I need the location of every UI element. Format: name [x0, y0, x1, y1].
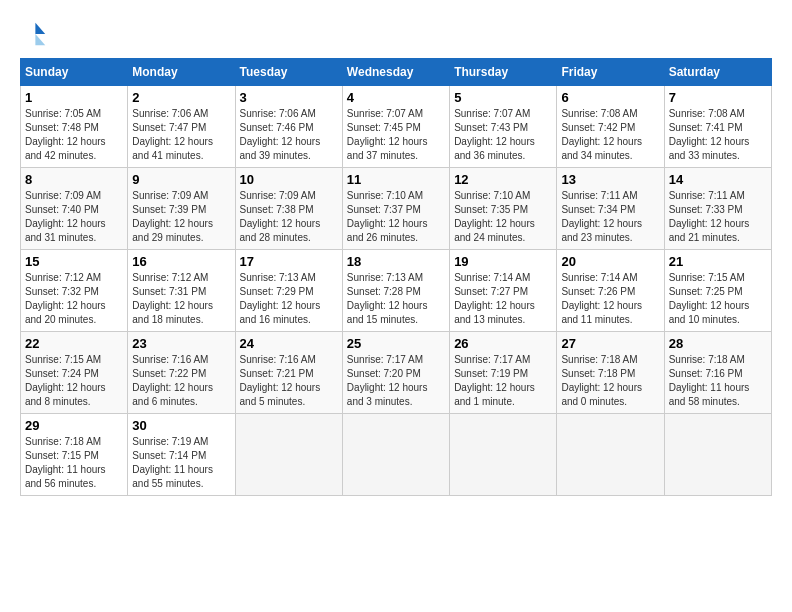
day-info: Sunrise: 7:07 AM Sunset: 7:45 PM Dayligh… — [347, 107, 445, 163]
day-info: Sunrise: 7:12 AM Sunset: 7:32 PM Dayligh… — [25, 271, 123, 327]
calendar-cell — [235, 414, 342, 496]
day-number: 6 — [561, 90, 659, 105]
day-info: Sunrise: 7:08 AM Sunset: 7:42 PM Dayligh… — [561, 107, 659, 163]
calendar-cell: 7Sunrise: 7:08 AM Sunset: 7:41 PM Daylig… — [664, 86, 771, 168]
day-info: Sunrise: 7:19 AM Sunset: 7:14 PM Dayligh… — [132, 435, 230, 491]
day-info: Sunrise: 7:16 AM Sunset: 7:22 PM Dayligh… — [132, 353, 230, 409]
day-info: Sunrise: 7:18 AM Sunset: 7:16 PM Dayligh… — [669, 353, 767, 409]
day-info: Sunrise: 7:06 AM Sunset: 7:46 PM Dayligh… — [240, 107, 338, 163]
logo — [20, 20, 52, 48]
day-number: 2 — [132, 90, 230, 105]
day-info: Sunrise: 7:10 AM Sunset: 7:37 PM Dayligh… — [347, 189, 445, 245]
calendar-cell: 25Sunrise: 7:17 AM Sunset: 7:20 PM Dayli… — [342, 332, 449, 414]
day-info: Sunrise: 7:17 AM Sunset: 7:19 PM Dayligh… — [454, 353, 552, 409]
calendar-table: SundayMondayTuesdayWednesdayThursdayFrid… — [20, 58, 772, 496]
calendar-cell: 6Sunrise: 7:08 AM Sunset: 7:42 PM Daylig… — [557, 86, 664, 168]
calendar-cell: 11Sunrise: 7:10 AM Sunset: 7:37 PM Dayli… — [342, 168, 449, 250]
header-tuesday: Tuesday — [235, 59, 342, 86]
header-wednesday: Wednesday — [342, 59, 449, 86]
calendar-cell: 23Sunrise: 7:16 AM Sunset: 7:22 PM Dayli… — [128, 332, 235, 414]
day-info: Sunrise: 7:06 AM Sunset: 7:47 PM Dayligh… — [132, 107, 230, 163]
day-number: 7 — [669, 90, 767, 105]
day-number: 22 — [25, 336, 123, 351]
day-number: 10 — [240, 172, 338, 187]
week-row-3: 15Sunrise: 7:12 AM Sunset: 7:32 PM Dayli… — [21, 250, 772, 332]
day-info: Sunrise: 7:18 AM Sunset: 7:15 PM Dayligh… — [25, 435, 123, 491]
day-number: 25 — [347, 336, 445, 351]
calendar-cell: 8Sunrise: 7:09 AM Sunset: 7:40 PM Daylig… — [21, 168, 128, 250]
day-info: Sunrise: 7:18 AM Sunset: 7:18 PM Dayligh… — [561, 353, 659, 409]
day-number: 26 — [454, 336, 552, 351]
header-friday: Friday — [557, 59, 664, 86]
calendar-cell: 29Sunrise: 7:18 AM Sunset: 7:15 PM Dayli… — [21, 414, 128, 496]
day-info: Sunrise: 7:12 AM Sunset: 7:31 PM Dayligh… — [132, 271, 230, 327]
day-info: Sunrise: 7:09 AM Sunset: 7:38 PM Dayligh… — [240, 189, 338, 245]
day-number: 18 — [347, 254, 445, 269]
calendar-cell: 21Sunrise: 7:15 AM Sunset: 7:25 PM Dayli… — [664, 250, 771, 332]
svg-marker-1 — [35, 34, 45, 45]
day-info: Sunrise: 7:13 AM Sunset: 7:29 PM Dayligh… — [240, 271, 338, 327]
calendar-cell: 27Sunrise: 7:18 AM Sunset: 7:18 PM Dayli… — [557, 332, 664, 414]
calendar-cell: 14Sunrise: 7:11 AM Sunset: 7:33 PM Dayli… — [664, 168, 771, 250]
day-number: 9 — [132, 172, 230, 187]
day-number: 16 — [132, 254, 230, 269]
day-number: 4 — [347, 90, 445, 105]
day-info: Sunrise: 7:13 AM Sunset: 7:28 PM Dayligh… — [347, 271, 445, 327]
header-monday: Monday — [128, 59, 235, 86]
day-number: 11 — [347, 172, 445, 187]
calendar-cell: 30Sunrise: 7:19 AM Sunset: 7:14 PM Dayli… — [128, 414, 235, 496]
calendar-cell: 2Sunrise: 7:06 AM Sunset: 7:47 PM Daylig… — [128, 86, 235, 168]
week-row-2: 8Sunrise: 7:09 AM Sunset: 7:40 PM Daylig… — [21, 168, 772, 250]
logo-icon — [20, 20, 48, 48]
day-number: 27 — [561, 336, 659, 351]
day-info: Sunrise: 7:17 AM Sunset: 7:20 PM Dayligh… — [347, 353, 445, 409]
day-number: 13 — [561, 172, 659, 187]
day-number: 29 — [25, 418, 123, 433]
day-number: 30 — [132, 418, 230, 433]
day-info: Sunrise: 7:14 AM Sunset: 7:26 PM Dayligh… — [561, 271, 659, 327]
day-info: Sunrise: 7:14 AM Sunset: 7:27 PM Dayligh… — [454, 271, 552, 327]
calendar-cell: 26Sunrise: 7:17 AM Sunset: 7:19 PM Dayli… — [450, 332, 557, 414]
day-info: Sunrise: 7:09 AM Sunset: 7:40 PM Dayligh… — [25, 189, 123, 245]
header-thursday: Thursday — [450, 59, 557, 86]
header-saturday: Saturday — [664, 59, 771, 86]
calendar-cell: 13Sunrise: 7:11 AM Sunset: 7:34 PM Dayli… — [557, 168, 664, 250]
day-info: Sunrise: 7:09 AM Sunset: 7:39 PM Dayligh… — [132, 189, 230, 245]
calendar-cell: 12Sunrise: 7:10 AM Sunset: 7:35 PM Dayli… — [450, 168, 557, 250]
header-sunday: Sunday — [21, 59, 128, 86]
page-header — [20, 20, 772, 48]
calendar-cell — [557, 414, 664, 496]
day-info: Sunrise: 7:15 AM Sunset: 7:24 PM Dayligh… — [25, 353, 123, 409]
day-number: 20 — [561, 254, 659, 269]
week-row-5: 29Sunrise: 7:18 AM Sunset: 7:15 PM Dayli… — [21, 414, 772, 496]
calendar-cell: 17Sunrise: 7:13 AM Sunset: 7:29 PM Dayli… — [235, 250, 342, 332]
week-row-1: 1Sunrise: 7:05 AM Sunset: 7:48 PM Daylig… — [21, 86, 772, 168]
day-info: Sunrise: 7:11 AM Sunset: 7:34 PM Dayligh… — [561, 189, 659, 245]
week-row-4: 22Sunrise: 7:15 AM Sunset: 7:24 PM Dayli… — [21, 332, 772, 414]
calendar-cell: 16Sunrise: 7:12 AM Sunset: 7:31 PM Dayli… — [128, 250, 235, 332]
calendar-cell: 19Sunrise: 7:14 AM Sunset: 7:27 PM Dayli… — [450, 250, 557, 332]
calendar-cell — [450, 414, 557, 496]
day-number: 8 — [25, 172, 123, 187]
calendar-cell: 28Sunrise: 7:18 AM Sunset: 7:16 PM Dayli… — [664, 332, 771, 414]
calendar-cell: 15Sunrise: 7:12 AM Sunset: 7:32 PM Dayli… — [21, 250, 128, 332]
calendar-cell: 20Sunrise: 7:14 AM Sunset: 7:26 PM Dayli… — [557, 250, 664, 332]
day-number: 1 — [25, 90, 123, 105]
day-number: 14 — [669, 172, 767, 187]
day-info: Sunrise: 7:15 AM Sunset: 7:25 PM Dayligh… — [669, 271, 767, 327]
day-info: Sunrise: 7:10 AM Sunset: 7:35 PM Dayligh… — [454, 189, 552, 245]
calendar-cell: 5Sunrise: 7:07 AM Sunset: 7:43 PM Daylig… — [450, 86, 557, 168]
svg-marker-0 — [35, 23, 45, 34]
day-number: 28 — [669, 336, 767, 351]
day-number: 15 — [25, 254, 123, 269]
day-number: 3 — [240, 90, 338, 105]
calendar-cell: 24Sunrise: 7:16 AM Sunset: 7:21 PM Dayli… — [235, 332, 342, 414]
day-number: 23 — [132, 336, 230, 351]
calendar-cell: 4Sunrise: 7:07 AM Sunset: 7:45 PM Daylig… — [342, 86, 449, 168]
day-info: Sunrise: 7:08 AM Sunset: 7:41 PM Dayligh… — [669, 107, 767, 163]
calendar-cell — [664, 414, 771, 496]
day-info: Sunrise: 7:11 AM Sunset: 7:33 PM Dayligh… — [669, 189, 767, 245]
calendar-cell: 3Sunrise: 7:06 AM Sunset: 7:46 PM Daylig… — [235, 86, 342, 168]
day-number: 19 — [454, 254, 552, 269]
calendar-header-row: SundayMondayTuesdayWednesdayThursdayFrid… — [21, 59, 772, 86]
